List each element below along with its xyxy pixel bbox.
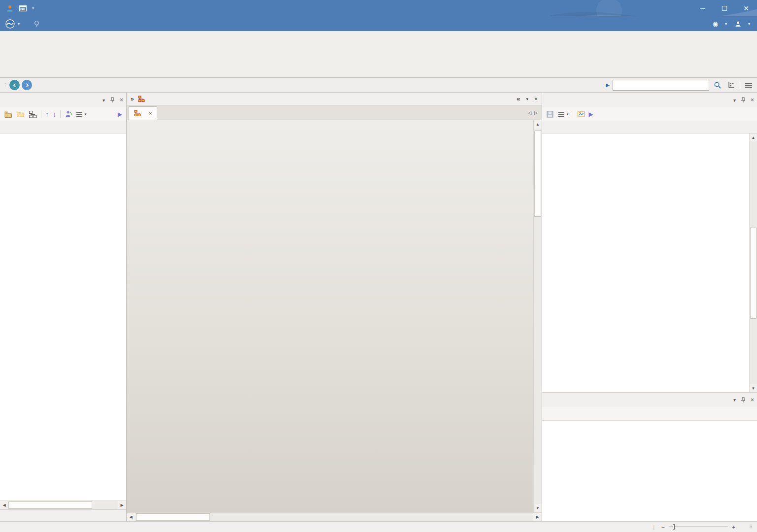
pin-icon[interactable] (741, 397, 746, 403)
new-diagram-icon[interactable] (29, 110, 37, 118)
menubar-right: ◉ ▾ ▾ (713, 16, 757, 31)
search-package-icon[interactable] (712, 80, 723, 91)
close-panel-icon[interactable]: × (120, 97, 123, 103)
perspectives-dropdown-icon: ▾ (725, 22, 727, 26)
navbar-right: ▶ (606, 80, 754, 91)
user-sync-icon[interactable] (65, 110, 72, 118)
expand-panel-icon[interactable]: » (131, 96, 134, 102)
project-tree (0, 133, 126, 500)
perspective-target-icon: ◉ (713, 21, 718, 27)
lightbulb-icon (34, 20, 40, 27)
move-down-icon[interactable]: ↓ (53, 110, 56, 118)
scroll-left-icon[interactable]: ◀ (127, 513, 135, 521)
diagram-canvas-row: ▲ ▼ (127, 120, 542, 512)
diagram-tab-bar: × ◁ ▷ (127, 105, 542, 120)
find-command[interactable] (34, 16, 44, 31)
diagram-hscrollbar: ◀ ▶ (127, 512, 542, 521)
status-bar: | − + ⠿ (0, 521, 757, 532)
properties-tabs (542, 121, 757, 133)
diagram-canvas[interactable] (127, 120, 533, 512)
scroll-up-icon[interactable]: ▲ (750, 133, 757, 141)
scroll-right-icon[interactable]: ▶ (533, 513, 542, 521)
pin-icon[interactable] (741, 97, 746, 103)
qat-dropdown-icon[interactable]: ▾ (32, 6, 34, 10)
close-panel-icon[interactable]: × (751, 397, 754, 403)
scroll-left-icon[interactable]: ◀ (0, 501, 8, 509)
notes-menu-icon[interactable]: ▾ (733, 397, 736, 402)
drag-handle: ⋮ (3, 82, 7, 88)
zoom-in-icon[interactable]: + (732, 524, 735, 530)
window-controls: ─ ☐ ✕ (692, 0, 757, 16)
folder-icon[interactable] (16, 110, 25, 118)
zoom-control: − + (661, 524, 735, 530)
enterprise-architect-logo-icon (5, 19, 15, 29)
browser-hscrollbar: ◀ ▶ (0, 500, 126, 509)
browser-tabs (0, 121, 126, 133)
diagram-tab-teams[interactable]: × (129, 106, 157, 120)
app-logo[interactable]: ▾ (0, 16, 25, 31)
user-menu[interactable]: ▾ (735, 21, 750, 27)
diagram-tab-icon (134, 110, 141, 117)
forward-button[interactable] (22, 80, 32, 90)
browser-options-icon[interactable]: ▾ (76, 111, 87, 118)
caption-close-icon[interactable]: × (534, 96, 538, 102)
user-avatar-icon[interactable] (6, 4, 14, 12)
pin-icon[interactable] (110, 97, 115, 103)
properties-toolbar: ▾ ▶ (542, 107, 757, 121)
browser-panel: ▾ × ↑ ↓ ▾ ▶ ◀ (0, 93, 127, 521)
notes-content[interactable] (542, 421, 757, 521)
caption-menu-icon[interactable]: ▾ (526, 97, 528, 101)
minimize-button[interactable]: ─ (692, 0, 714, 16)
notes-header: ▾ × (542, 392, 757, 407)
new-package-icon[interactable] (4, 110, 12, 118)
zoom-slider[interactable] (669, 527, 728, 527)
move-up-icon[interactable]: ↑ (45, 110, 49, 118)
ribbon (0, 31, 757, 78)
diagram-vscrollbar: ▲ ▼ (533, 120, 542, 512)
navigation-bar: ⋮ ▶ (0, 78, 757, 93)
maximize-button[interactable]: ☐ (714, 0, 735, 16)
properties-vscrollbar: ▲ ▼ (749, 133, 757, 392)
scroll-right-icon[interactable]: ▶ (118, 501, 126, 509)
browser-header: ▾ × (0, 93, 126, 107)
properties-expand-icon[interactable]: ▶ (589, 111, 593, 118)
properties-options-icon[interactable]: ▾ (558, 111, 569, 118)
expand-icon[interactable]: ▶ (606, 82, 610, 88)
tab-scroll-left-icon[interactable]: ◁ (528, 110, 531, 115)
ribbon-tab-bar: ▾ ◉ ▾ ▾ (0, 16, 757, 31)
browser-menu-icon[interactable]: ▾ (103, 98, 105, 103)
scroll-down-icon[interactable]: ▼ (750, 384, 757, 392)
perspectives-selector[interactable]: ◉ ▾ (713, 21, 727, 27)
close-button[interactable]: ✕ (735, 0, 757, 16)
property-grid: ▲ ▼ (542, 133, 757, 392)
diagram-panel: » « ▾ × × ◁ ▷ (127, 93, 542, 521)
save-icon[interactable] (546, 110, 554, 118)
zoom-out-icon[interactable]: − (661, 524, 665, 530)
appearance-image-icon[interactable] (577, 110, 585, 118)
column-options-icon[interactable] (726, 80, 737, 91)
browser-expand-icon[interactable]: ▶ (118, 111, 122, 118)
quick-access-toolbar: ▾ (0, 4, 34, 12)
collapse-panel-icon[interactable]: « (516, 95, 520, 102)
window-layout-icon[interactable] (19, 4, 27, 12)
scroll-down-icon[interactable]: ▼ (534, 504, 542, 512)
scroll-up-icon[interactable]: ▲ (534, 120, 542, 129)
browser-toolbar: ↑ ↓ ▾ ▶ (0, 107, 126, 121)
user-dropdown-icon: ▾ (748, 22, 750, 26)
tab-scroll-right-icon[interactable]: ▷ (534, 110, 538, 115)
title-bar: ▾ ─ ☐ ✕ (0, 0, 757, 16)
properties-panel: ▾ × ▾ ▶ ▲ ▼ (542, 93, 757, 521)
user-icon (735, 21, 741, 27)
diagram-caption-bar: » « ▾ × (127, 93, 542, 105)
resize-grip[interactable]: ⠿ (749, 524, 753, 530)
status-right: | − + ⠿ (646, 524, 753, 530)
logo-dropdown-icon: ▾ (18, 22, 20, 26)
browser-bottom-tabs (0, 509, 126, 521)
menu-hamburger-icon[interactable] (743, 80, 754, 91)
back-button[interactable] (9, 80, 20, 90)
tab-scroll-buttons: ◁ ▷ (524, 105, 542, 120)
close-panel-icon[interactable]: × (751, 97, 754, 103)
tab-close-icon[interactable]: × (149, 110, 152, 116)
properties-menu-icon[interactable]: ▾ (733, 98, 736, 103)
find-package-input[interactable] (613, 80, 709, 91)
